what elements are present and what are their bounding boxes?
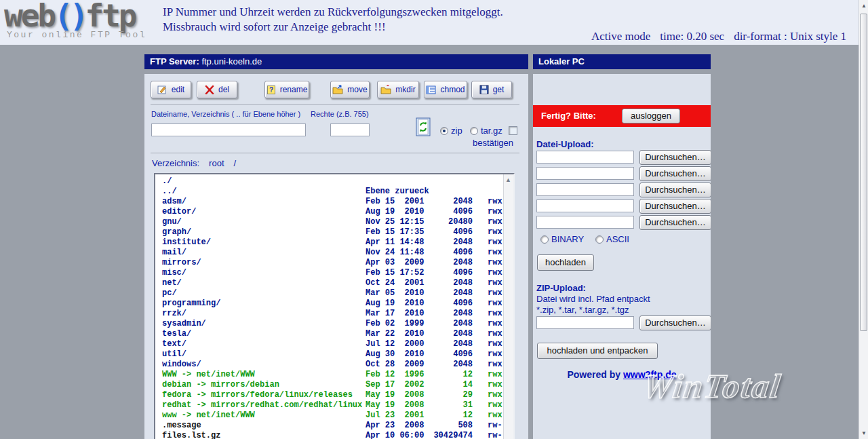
- upload-file-input-2[interactable]: [536, 167, 634, 180]
- listing-entry-name[interactable]: gnu/: [162, 217, 366, 227]
- list-item: www -> net/inet/WWW Jul 23 2001 12 rwxr-: [162, 411, 502, 421]
- ftp-server-label: FTP Server:: [150, 56, 199, 66]
- browse-button-3[interactable]: Durchsuchen…: [639, 183, 711, 197]
- listing-entry-name[interactable]: mirrors/: [162, 258, 366, 268]
- scrollbar-thumb[interactable]: [860, 14, 867, 331]
- move-button[interactable]: move: [330, 81, 370, 98]
- directory-listing[interactable]: ./ ../ Ebene zurueck adsm/ Feb 15 2001 2…: [154, 173, 515, 439]
- confirm-checkbox[interactable]: [509, 126, 517, 135]
- listing-entry-name[interactable]: fedora -> mirrors/fedora/linux/releases: [162, 390, 366, 400]
- listing-scroll-up-icon[interactable]: ▲: [505, 176, 511, 183]
- get-button[interactable]: get: [471, 81, 512, 98]
- zip-upload-file-input[interactable]: [536, 316, 634, 329]
- browse-button-4[interactable]: Durchsuchen…: [639, 199, 711, 214]
- listing-entry-name[interactable]: institute/: [162, 237, 366, 248]
- breadcrumb-slash-link[interactable]: /: [234, 158, 237, 168]
- listing-entry-size: 2048: [433, 197, 473, 207]
- listing-entry-name[interactable]: WWW -> net/inet/WWW: [162, 370, 366, 380]
- list-item: ../ Ebene zurueck: [162, 187, 502, 197]
- filename-input[interactable]: [151, 123, 306, 136]
- edit-button[interactable]: edit: [151, 81, 191, 98]
- upload-file-input-3[interactable]: [536, 183, 634, 196]
- del-button[interactable]: del: [197, 81, 237, 98]
- listing-entry-name[interactable]: util/: [162, 349, 366, 360]
- listing-entry-size: 2048: [433, 339, 473, 349]
- listing-entry-name[interactable]: pc/: [162, 288, 366, 299]
- file-upload-heading: Datei-Upload:: [536, 139, 594, 149]
- list-item: mirrors/ Apr 03 2009 2048 rwxr-: [162, 258, 502, 268]
- listing-entry-name[interactable]: redhat -> mirrors/redhat.com/redhat/linu…: [162, 400, 366, 411]
- logout-button[interactable]: ausloggen: [622, 109, 680, 123]
- listing-entry-name[interactable]: programming/: [162, 299, 366, 309]
- web2ftp-logo: web()ftp: [4, 0, 136, 34]
- listing-entry-name[interactable]: adsm/: [162, 197, 366, 207]
- listing-scrollbar[interactable]: ▲: [503, 174, 513, 439]
- list-item: debian -> mirrors/debian Sep 17 2002 14 …: [162, 380, 502, 390]
- scroll-up-icon[interactable]: ▲: [859, 3, 868, 9]
- del-button-label: del: [218, 85, 229, 94]
- status-time: time: 0.20 sec: [660, 30, 724, 43]
- upload-file-input-5[interactable]: [536, 216, 634, 229]
- listing-entry-name[interactable]: net/: [162, 278, 366, 288]
- breadcrumb-root-link[interactable]: root: [209, 158, 224, 168]
- logo-text-ftp: ftp: [85, 0, 135, 34]
- listing-entry-date: Jul 12 2000: [366, 339, 433, 349]
- listing-entry-perms: rwxr-: [488, 288, 502, 299]
- upload-and-unzip-button[interactable]: hochladen und entpacken: [537, 343, 658, 359]
- binary-radio[interactable]: [540, 235, 549, 244]
- listing-entry-size: [433, 176, 473, 187]
- listing-entry-perms: rwxrw: [488, 360, 502, 370]
- listing-entry-size: 4096: [433, 299, 473, 309]
- browse-button-5[interactable]: Durchsuchen…: [639, 215, 711, 230]
- listing-entry-name[interactable]: www -> net/inet/WWW: [162, 411, 366, 421]
- browser-scrollbar[interactable]: ▲ ▼: [859, 0, 868, 439]
- listing-entry-date: Aug 19 2010: [366, 299, 433, 309]
- browse-button-2[interactable]: Durchsuchen…: [639, 166, 711, 181]
- browse-button-1[interactable]: Durchsuchen…: [639, 150, 711, 165]
- listing-entry-name[interactable]: .message: [162, 421, 366, 431]
- listing-entry-name[interactable]: ./: [162, 176, 366, 187]
- targz-radio-label: tar.gz: [481, 126, 502, 136]
- save-disk-icon: [479, 85, 489, 94]
- listing-entry-date: May 19 2008: [366, 400, 433, 411]
- listing-entry-date: Apr 03 2009: [366, 258, 433, 268]
- listing-entry-name[interactable]: mail/: [162, 248, 366, 258]
- listing-entry-name[interactable]: editor/: [162, 207, 366, 217]
- scroll-down-icon[interactable]: ▼: [859, 430, 868, 436]
- listing-entry-name[interactable]: tesla/: [162, 329, 366, 339]
- listing-entry-size: 31: [433, 400, 473, 411]
- get-button-label: get: [493, 85, 505, 94]
- logo-tagline: Your online FTP Tool: [7, 30, 146, 40]
- upload-row: Durchsuchen…: [536, 150, 707, 165]
- listing-entry-date: May 19 2008: [366, 390, 433, 400]
- listing-entry-name[interactable]: text/: [162, 339, 366, 349]
- listing-entry-date: Mar 05 2010: [366, 288, 433, 299]
- rights-input[interactable]: [330, 123, 370, 136]
- listing-entry-name[interactable]: debian -> mirrors/debian: [162, 380, 366, 390]
- edit-icon: [157, 85, 167, 95]
- zip-radio[interactable]: [440, 127, 448, 135]
- listing-entry-date: Feb 15 17:35: [366, 227, 433, 237]
- upload-button[interactable]: hochladen: [537, 254, 594, 271]
- listing-entry-perms: rwxr-: [488, 370, 502, 380]
- targz-radio[interactable]: [470, 127, 478, 135]
- listing-entry-name[interactable]: rrzk/: [162, 309, 366, 319]
- ascii-radio[interactable]: [595, 235, 604, 244]
- upload-file-input-1[interactable]: [536, 151, 634, 164]
- upload-file-input-4[interactable]: [536, 199, 634, 212]
- listing-entry-name[interactable]: sysadmin/: [162, 319, 366, 329]
- listing-entry-name[interactable]: windows/: [162, 360, 366, 370]
- rename-button[interactable]: ? rename: [264, 81, 309, 98]
- chmod-button[interactable]: chmod: [424, 81, 467, 98]
- zip-browse-button[interactable]: Durchsuchen…: [639, 316, 711, 330]
- listing-entry-name[interactable]: misc/: [162, 268, 366, 278]
- listing-entry-date: Aug 19 2010: [366, 207, 433, 217]
- upload-row: Durchsuchen…: [536, 199, 707, 214]
- listing-entry-perms: rwxr-: [488, 319, 502, 329]
- listing-entry-name[interactable]: files.lst.gz: [162, 431, 366, 439]
- refresh-icon[interactable]: [416, 117, 431, 136]
- listing-entry-name[interactable]: graph/: [162, 227, 366, 237]
- listing-entry-name[interactable]: ../: [162, 187, 366, 197]
- listing-entry-size: 4096: [433, 248, 473, 258]
- mkdir-button[interactable]: * mkdir: [377, 81, 419, 98]
